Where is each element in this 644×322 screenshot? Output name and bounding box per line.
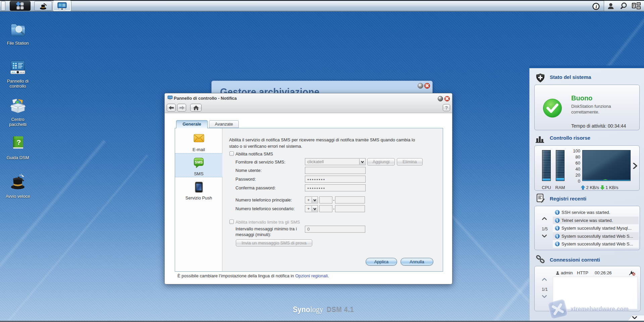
svg-text:SMS: SMS xyxy=(195,160,203,164)
svg-text:?: ? xyxy=(17,138,21,146)
